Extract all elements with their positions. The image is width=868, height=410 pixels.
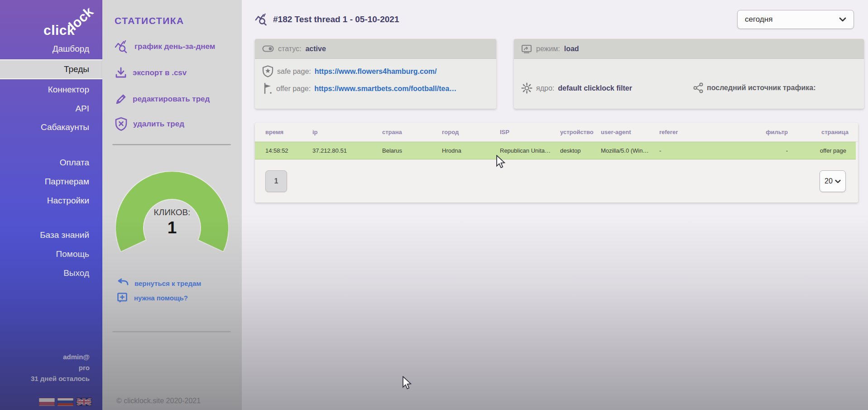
statistics-title: СТАТИСТИКА: [115, 15, 184, 26]
page-size-value: 20: [825, 177, 833, 185]
cell-device: desktop: [560, 147, 601, 154]
pagination-page-1-button[interactable]: 1: [265, 170, 287, 192]
table-row[interactable]: 14:58:52 37.212.80.51 Belarus Hrodna Rep…: [255, 142, 856, 159]
clicks-gauge: КЛИКОВ: 1: [115, 171, 229, 252]
sidebar-item-help[interactable]: Помощь: [0, 249, 102, 260]
date-filter-select[interactable]: сегодня: [737, 10, 854, 29]
chart-zoom-icon: [255, 13, 269, 26]
column-header-referer: referer: [659, 129, 743, 135]
cell-useragent: Mozilla/5.0 (Win…: [601, 147, 659, 154]
sidebar-item-connector[interactable]: Коннектор: [0, 84, 102, 95]
back-to-threads-link[interactable]: вернуться к тредам: [117, 278, 201, 288]
sidebar-item-payment[interactable]: Оплата: [0, 157, 102, 168]
offer-page-row: offer page: https://www.smartbets.com/fo…: [263, 82, 456, 95]
page-title: #182 Test thread 1 - 05-10-2021: [273, 14, 399, 24]
column-header-page: страница: [788, 129, 849, 135]
cell-filter: -: [743, 147, 788, 154]
language-switcher: [39, 398, 92, 406]
clicklock-logo[interactable]: click lock: [0, 6, 102, 43]
menu-item-delete-thread[interactable]: удалить тред: [115, 117, 184, 131]
account-plan: pro: [0, 362, 90, 373]
menu-item-day-by-day-chart[interactable]: график день-за-днем: [115, 40, 215, 53]
menu-item-edit-thread[interactable]: редактировать тред: [115, 93, 210, 106]
redirect-icon: [521, 44, 532, 53]
gauge-label: КЛИКОВ:: [115, 207, 229, 217]
status-value: active: [305, 45, 326, 53]
column-header-device: устройство: [560, 129, 601, 135]
sidebar-item-dashboard[interactable]: Дашборд: [0, 43, 102, 54]
shield-star-icon: [262, 65, 273, 77]
gauge-value: 1: [115, 218, 229, 237]
poland-flag[interactable]: [39, 398, 55, 406]
stats-link-label: нужна помощь?: [134, 294, 188, 302]
core-label: ядро:: [536, 84, 554, 92]
sidebar-item-api[interactable]: API: [0, 103, 102, 114]
sidebar-item-settings[interactable]: Настройки: [0, 195, 102, 206]
chevron-down-icon: [839, 17, 846, 22]
page-size-select[interactable]: 20: [820, 170, 846, 192]
sidebar-nav: Дашборд Треды Коннектор API Сабакаунты О…: [0, 43, 102, 279]
chevron-down-icon: [835, 179, 841, 183]
menu-item-label: экспорт в .csv: [133, 68, 187, 77]
account-days-left: 31 дней осталось: [0, 373, 90, 384]
sidebar-item-partners[interactable]: Партнерам: [0, 176, 102, 187]
main-content: #182 Test thread 1 - 05-10-2021 сегодня …: [242, 0, 868, 410]
toggle-icon: [262, 45, 274, 52]
sidebar: click lock Дашборд Треды Коннектор API С…: [0, 0, 102, 410]
sidebar-item-subaccounts[interactable]: Сабакаунты: [0, 122, 102, 133]
cell-page: offer page: [788, 147, 846, 154]
mode-value: load: [564, 45, 579, 53]
stats-divider-bottom: [112, 331, 231, 333]
column-header-isp: ISP: [500, 129, 560, 135]
cell-isp: Republican Unita…: [500, 147, 560, 154]
page-header: #182 Test thread 1 - 05-10-2021: [255, 13, 399, 26]
sidebar-item-knowledge-base[interactable]: База знаний: [0, 230, 102, 241]
stats-link-label: вернуться к тредам: [134, 280, 201, 287]
last-traffic-source-row: последний источник трафика:: [693, 82, 815, 93]
offer-page-url[interactable]: https://www.smartbets.com/football/tea…: [314, 85, 456, 93]
column-header-country: страна: [382, 129, 442, 135]
mode-panel-header: режим: load: [514, 39, 864, 59]
column-header-filter: фильтр: [743, 129, 788, 135]
sidebar-item-logout[interactable]: Выход: [0, 268, 102, 279]
shield-x-icon: [115, 117, 128, 131]
last-traffic-source-label: последний источник трафика:: [707, 84, 815, 92]
menu-item-label: удалить тред: [133, 120, 184, 129]
statistics-sidebar: СТАТИСТИКА график день-за-днем экспорт в…: [102, 0, 242, 410]
copyright: © clicklock.site 2020-2021: [116, 397, 201, 405]
sidebar-item-threads[interactable]: Треды: [0, 59, 102, 79]
cell-ip: 37.212.80.51: [312, 147, 382, 154]
status-panel: статус: active safe page: https://www.fl…: [255, 39, 496, 109]
gear-icon: [521, 82, 532, 94]
russia-flag[interactable]: [58, 398, 73, 406]
safe-page-row: safe page: https://www.flowers4hamburg.c…: [262, 65, 436, 77]
core-row: ядро: default clicklock filter: [521, 82, 632, 94]
date-filter-value: сегодня: [745, 15, 772, 24]
uk-flag[interactable]: [76, 398, 92, 406]
cell-referer: -: [659, 147, 743, 154]
mode-label: режим:: [536, 45, 560, 53]
chart-zoom-icon: [115, 40, 129, 53]
cell-time: 14:58:52: [265, 147, 312, 154]
menu-item-label: редактировать тред: [133, 95, 210, 104]
status-label: статус:: [278, 45, 301, 53]
column-header-city: город: [442, 129, 500, 135]
menu-item-export-csv[interactable]: экспорт в .csv: [115, 67, 187, 79]
column-header-time: время: [265, 129, 312, 135]
cell-city: Hrodna: [442, 147, 500, 154]
safe-page-label: safe page:: [277, 68, 311, 76]
table-header-row: время ip страна город ISP устройство use…: [255, 123, 858, 142]
core-value: default clicklock filter: [558, 84, 632, 92]
need-help-link[interactable]: нужна помощь?: [117, 292, 188, 303]
mode-panel: режим: load ядро: default clicklock filt…: [514, 39, 864, 109]
stats-divider-top: [112, 144, 231, 145]
account-info: admin@ pro 31 дней осталось: [0, 352, 102, 384]
pencil-icon: [115, 93, 127, 106]
menu-item-label: график день-за-днем: [134, 42, 215, 51]
safe-page-url[interactable]: https://www.flowers4hamburg.com/: [315, 68, 437, 76]
clicklock-app: click lock Дашборд Треды Коннектор API С…: [0, 0, 868, 410]
column-header-useragent: user-agent: [601, 129, 659, 135]
cell-country: Belarus: [382, 147, 442, 154]
status-panel-header: статус: active: [255, 39, 496, 59]
undo-icon: [117, 278, 129, 288]
